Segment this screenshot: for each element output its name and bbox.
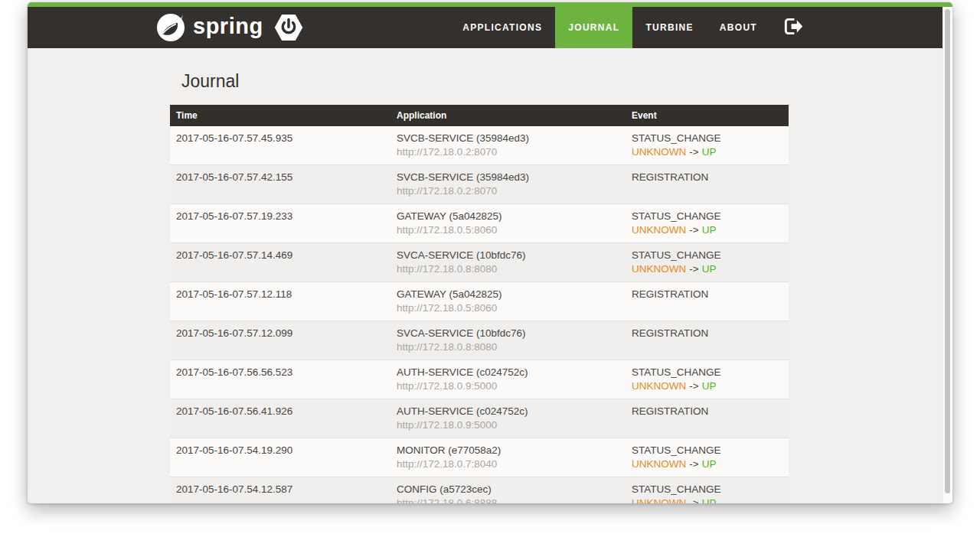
status-transition: UNKNOWN->UP xyxy=(632,224,782,236)
journal-row: 2017-05-16-07.57.42.155SVCB-SERVICE (359… xyxy=(170,165,789,204)
status-from: UNKNOWN xyxy=(632,224,686,236)
navbar: spring APPLICATIONSJOURNALTURBINEABOUT xyxy=(28,7,943,48)
spring-boot-icon xyxy=(273,12,304,43)
journal-row: 2017-05-16-07.57.12.118GATEWAY (5a042825… xyxy=(170,282,789,321)
status-transition: UNKNOWN->UP xyxy=(632,380,782,392)
application-name: CONFIG (a5723cec) xyxy=(397,483,619,496)
application-name: MONITOR (e77058a2) xyxy=(397,444,619,457)
logout-button[interactable] xyxy=(782,16,803,40)
time-cell: 2017-05-16-07.57.45.935 xyxy=(170,126,390,165)
scrollbar-thumb[interactable] xyxy=(945,9,950,493)
application-name: SVCA-SERVICE (10bfdc76) xyxy=(397,249,619,262)
navbar-tabs: APPLICATIONSJOURNALTURBINEABOUT xyxy=(449,7,770,48)
time-cell: 2017-05-16-07.57.42.155 xyxy=(170,165,390,204)
journal-row: 2017-05-16-07.54.12.587CONFIG (a5723cec)… xyxy=(170,477,789,504)
event-type: STATUS_CHANGE xyxy=(632,210,782,223)
nav-tab-journal[interactable]: JOURNAL xyxy=(555,7,632,48)
status-arrow: -> xyxy=(689,224,698,236)
application-cell: SVCA-SERVICE (10bfdc76)http://172.18.0.8… xyxy=(390,243,626,282)
application-url: http://172.18.0.8:8080 xyxy=(397,263,619,275)
application-url: http://172.18.0.9:5000 xyxy=(397,419,619,431)
time-cell: 2017-05-16-07.56.41.926 xyxy=(170,399,390,438)
event-cell: STATUS_CHANGEUNKNOWN->UP xyxy=(626,438,789,477)
status-arrow: -> xyxy=(689,380,698,392)
journal-row: 2017-05-16-07.57.12.099SVCA-SERVICE (10b… xyxy=(170,321,789,360)
application-name: GATEWAY (5a042825) xyxy=(397,210,619,223)
brand-wordmark: spring xyxy=(193,14,263,39)
scrollbar[interactable] xyxy=(942,7,952,503)
event-type: STATUS_CHANGE xyxy=(632,366,782,379)
application-name: AUTH-SERVICE (c024752c) xyxy=(397,405,619,418)
event-type: STATUS_CHANGE xyxy=(632,249,782,262)
status-transition: UNKNOWN->UP xyxy=(632,458,782,470)
application-url: http://172.18.0.2:8070 xyxy=(397,185,619,197)
journal-row: 2017-05-16-07.57.45.935SVCB-SERVICE (359… xyxy=(170,126,789,165)
event-type: REGISTRATION xyxy=(632,405,782,418)
time-cell: 2017-05-16-07.57.12.099 xyxy=(170,321,390,360)
column-header-time: Time xyxy=(170,105,390,126)
application-cell: AUTH-SERVICE (c024752c)http://172.18.0.9… xyxy=(390,360,626,399)
brand-logo[interactable]: spring xyxy=(156,12,304,43)
status-from: UNKNOWN xyxy=(632,146,686,158)
column-header-application: Application xyxy=(390,105,626,126)
status-transition: UNKNOWN->UP xyxy=(632,146,782,158)
application-name: SVCA-SERVICE (10bfdc76) xyxy=(397,327,619,340)
time-cell: 2017-05-16-07.57.12.118 xyxy=(170,282,390,321)
journal-row: 2017-05-16-07.56.41.926AUTH-SERVICE (c02… xyxy=(170,399,789,438)
journal-row: 2017-05-16-07.56.56.523AUTH-SERVICE (c02… xyxy=(170,360,789,399)
nav-tab-applications[interactable]: APPLICATIONS xyxy=(449,7,555,48)
spring-leaf-icon xyxy=(156,13,185,42)
status-to: UP xyxy=(702,380,717,392)
status-arrow: -> xyxy=(689,497,698,503)
application-name: SVCB-SERVICE (35984ed3) xyxy=(397,171,619,184)
browser-page: spring APPLICATIONSJOURNALTURBINEABOUT xyxy=(28,2,952,503)
application-name: GATEWAY (5a042825) xyxy=(397,288,619,301)
application-url: http://172.18.0.8:8080 xyxy=(397,341,619,353)
application-cell: MONITOR (e77058a2)http://172.18.0.7:8040 xyxy=(390,438,626,477)
page-title: Journal xyxy=(181,71,952,92)
application-url: http://172.18.0.9:5000 xyxy=(397,380,619,392)
event-cell: STATUS_CHANGEUNKNOWN->UP xyxy=(626,126,789,165)
time-cell: 2017-05-16-07.54.19.290 xyxy=(170,438,390,477)
status-to: UP xyxy=(702,263,717,275)
journal-row: 2017-05-16-07.57.14.469SVCA-SERVICE (10b… xyxy=(170,243,789,282)
event-cell: STATUS_CHANGEUNKNOWN->UP xyxy=(626,477,789,504)
application-url: http://172.18.0.7:8040 xyxy=(397,458,619,470)
journal-table: Time Application Event 2017-05-16-07.57.… xyxy=(170,105,789,503)
application-cell: SVCA-SERVICE (10bfdc76)http://172.18.0.8… xyxy=(390,321,626,360)
event-type: REGISTRATION xyxy=(632,288,782,301)
status-arrow: -> xyxy=(689,263,698,275)
column-header-event: Event xyxy=(626,105,789,126)
application-url: http://172.18.0.2:8070 xyxy=(397,146,619,158)
event-cell: STATUS_CHANGEUNKNOWN->UP xyxy=(626,360,789,399)
table-header-row: Time Application Event xyxy=(170,105,789,126)
status-to: UP xyxy=(702,146,717,158)
event-cell: REGISTRATION xyxy=(626,399,789,438)
status-transition: UNKNOWN->UP xyxy=(632,263,782,275)
time-cell: 2017-05-16-07.54.12.587 xyxy=(170,477,390,504)
status-to: UP xyxy=(702,224,717,236)
status-from: UNKNOWN xyxy=(632,458,686,470)
time-cell: 2017-05-16-07.57.19.233 xyxy=(170,204,390,243)
logout-icon xyxy=(782,16,803,40)
event-type: REGISTRATION xyxy=(632,171,782,184)
nav-tab-turbine[interactable]: TURBINE xyxy=(632,7,706,48)
nav-tab-about[interactable]: ABOUT xyxy=(707,7,770,48)
application-cell: AUTH-SERVICE (c024752c)http://172.18.0.9… xyxy=(390,399,626,438)
application-cell: SVCB-SERVICE (35984ed3)http://172.18.0.2… xyxy=(390,126,626,165)
status-from: UNKNOWN xyxy=(632,263,686,275)
event-cell: STATUS_CHANGEUNKNOWN->UP xyxy=(626,204,789,243)
application-name: SVCB-SERVICE (35984ed3) xyxy=(397,132,619,145)
application-cell: SVCB-SERVICE (35984ed3)http://172.18.0.2… xyxy=(390,165,626,204)
status-arrow: -> xyxy=(689,458,698,470)
application-cell: GATEWAY (5a042825)http://172.18.0.5:8060 xyxy=(390,204,626,243)
main-content: Journal Time Application Event 2017-05-1… xyxy=(28,48,952,503)
application-cell: CONFIG (a5723cec)http://172.18.0.6:8888 xyxy=(390,477,626,504)
application-name: AUTH-SERVICE (c024752c) xyxy=(397,366,619,379)
journal-row: 2017-05-16-07.57.19.233GATEWAY (5a042825… xyxy=(170,204,789,243)
status-from: UNKNOWN xyxy=(632,380,686,392)
status-to: UP xyxy=(702,497,717,503)
event-type: STATUS_CHANGE xyxy=(632,444,782,457)
status-to: UP xyxy=(702,458,717,470)
status-arrow: -> xyxy=(689,146,698,158)
